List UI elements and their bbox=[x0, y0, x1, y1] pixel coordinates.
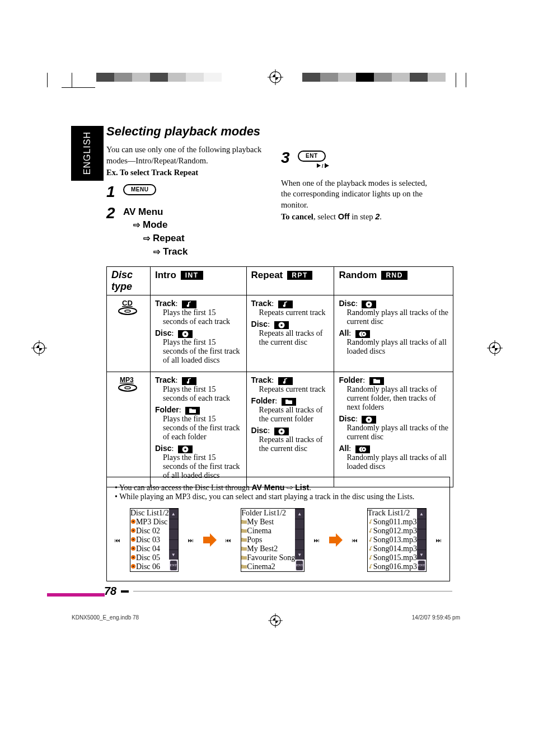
svg-marker-21 bbox=[317, 163, 321, 168]
side-button[interactable] bbox=[169, 539, 178, 550]
step-number: 2 bbox=[106, 205, 118, 221]
skip-next-icon[interactable]: ⏭ bbox=[314, 537, 320, 543]
skip-next-icon[interactable]: ⏭ bbox=[188, 537, 194, 543]
list-item[interactable]: Disc 02 bbox=[130, 527, 169, 536]
mode-entry: All: Randomly plays all tracks of all lo… bbox=[339, 444, 448, 471]
step3-note: When one of the playback modes is select… bbox=[281, 178, 438, 211]
note-icon bbox=[182, 300, 196, 308]
repeat-badge: RPT bbox=[287, 271, 312, 280]
intro-badge: INT bbox=[181, 271, 203, 280]
svg-marker-24 bbox=[325, 163, 329, 168]
random-badge: RND bbox=[381, 271, 407, 280]
list-item[interactable]: My Best2 bbox=[241, 544, 295, 553]
scroll-down-button[interactable]: ▼ bbox=[169, 550, 178, 560]
skip-next-icon[interactable]: ⏭ bbox=[436, 537, 442, 543]
menu-button[interactable]: MENU bbox=[123, 184, 156, 195]
list-item[interactable]: Song011.mp3 bbox=[368, 518, 417, 527]
ent-side-button[interactable]: ENT bbox=[170, 560, 177, 571]
arrow-icon bbox=[203, 533, 217, 547]
mp3-intro: Track: Plays the first 15 seconds of eac… bbox=[151, 372, 247, 487]
folder-list-panel[interactable]: Folder List1/2 My BestCinemaPopsMy Best2… bbox=[241, 508, 305, 572]
th-random: Random RND bbox=[334, 266, 453, 295]
side-button[interactable] bbox=[417, 529, 426, 539]
section-title: Selecting playback modes bbox=[106, 124, 448, 139]
list-item[interactable]: MP3 Disc bbox=[130, 518, 169, 527]
ent-side-button[interactable]: ENT bbox=[296, 560, 303, 571]
track-list-panel[interactable]: Track List1/2 Song011.mp3Song012.mp3Song… bbox=[367, 508, 427, 572]
mode-entry: All: Randomly plays all tracks of all lo… bbox=[339, 328, 448, 356]
disc-icon bbox=[274, 321, 289, 329]
disc-icon bbox=[178, 330, 193, 338]
disc-icon bbox=[362, 416, 376, 424]
side-button[interactable] bbox=[169, 529, 178, 539]
ent-button[interactable]: ENT bbox=[298, 151, 326, 162]
intro-text: You can use only one of the following pl… bbox=[106, 144, 263, 166]
svg-point-28 bbox=[133, 530, 134, 532]
footer-timestamp: 14/2/07 9:59:45 pm bbox=[412, 614, 460, 627]
list-item[interactable]: Cinema2 bbox=[241, 562, 295, 571]
side-button[interactable] bbox=[417, 539, 426, 550]
playback-modes-table: Disc type Intro INT Repeat RPT Random RN… bbox=[106, 266, 453, 487]
list-item[interactable]: Song015.mp3 bbox=[368, 553, 417, 562]
side-button[interactable] bbox=[295, 539, 304, 550]
registration-target-footer bbox=[269, 614, 282, 627]
side-button[interactable] bbox=[169, 519, 178, 529]
mode-entry: Folder: Repeats all tracks of the curren… bbox=[251, 396, 330, 424]
scroll-up-button[interactable]: ▲ bbox=[169, 509, 178, 519]
skip-prev-icon[interactable]: ⏮ bbox=[226, 537, 231, 543]
mp3-random: Folder: Randomly plays all tracks of cur… bbox=[334, 372, 453, 487]
list-item[interactable]: Cinema bbox=[241, 527, 295, 536]
scroll-up-button[interactable]: ▲ bbox=[295, 509, 304, 519]
list-item[interactable]: Disc 06 bbox=[130, 562, 169, 571]
example-label: Ex. To select Track Repeat bbox=[106, 167, 263, 179]
list-item[interactable]: Song014.mp3 bbox=[368, 544, 417, 553]
list-item[interactable]: Disc 05 bbox=[130, 553, 169, 562]
right-column: 3 ENT / When one of the playback modes i… bbox=[281, 144, 438, 259]
step-1: 1 MENU bbox=[106, 184, 263, 200]
note-icon bbox=[182, 377, 196, 385]
discs-icon bbox=[355, 330, 370, 338]
discs-icon bbox=[355, 445, 370, 453]
step-number: 3 bbox=[281, 150, 292, 166]
mode-entry: Disc: Repeats all tracks of the current … bbox=[251, 426, 330, 453]
list-item[interactable]: My Best bbox=[241, 518, 295, 527]
list-item[interactable]: Song012.mp3 bbox=[368, 527, 417, 536]
mode-entry: Disc: Plays the first 15 seconds of the … bbox=[155, 444, 242, 480]
note-icon bbox=[278, 377, 293, 385]
mode-label: Mode bbox=[143, 219, 167, 230]
ent-side-button[interactable]: ENT bbox=[418, 560, 425, 571]
disctype-mp3 bbox=[107, 372, 151, 487]
step-2: 2 AV Menu ⇨Mode ⇨Repeat ⇨Track bbox=[106, 205, 263, 259]
language-label: ENGLISH bbox=[82, 132, 92, 175]
th-repeat: Repeat RPT bbox=[246, 266, 334, 295]
list-item[interactable]: Disc 03 bbox=[130, 536, 169, 544]
menu-path: AV Menu ⇨Mode ⇨Repeat ⇨Track bbox=[123, 205, 188, 259]
skip-prev-icon[interactable]: ⏮ bbox=[115, 537, 120, 543]
infobox-bullet-2: While playing an MP3 disc, you can selec… bbox=[115, 492, 442, 501]
list-item[interactable]: Disc 04 bbox=[130, 544, 169, 553]
list-item[interactable]: Favourite Song bbox=[241, 553, 295, 562]
scroll-up-button[interactable]: ▲ bbox=[417, 509, 426, 519]
scroll-down-button[interactable]: ▼ bbox=[295, 550, 304, 560]
av-menu-label: AV Menu bbox=[123, 206, 163, 217]
list-item[interactable]: Song013.mp3 bbox=[368, 536, 417, 544]
svg-point-32 bbox=[133, 548, 134, 550]
print-footer: KDNX5000_E_eng.indb 78 14/2/07 9:59:45 p… bbox=[72, 614, 460, 627]
side-button[interactable] bbox=[295, 519, 304, 529]
side-button[interactable] bbox=[295, 529, 304, 539]
step-number: 1 bbox=[106, 184, 118, 200]
folder-icon bbox=[369, 377, 384, 385]
list-item[interactable]: Pops bbox=[241, 536, 295, 544]
page-content: Selecting playback modes You can use onl… bbox=[106, 124, 448, 487]
side-button[interactable] bbox=[417, 519, 426, 529]
list-access-infobox: You can also access the Disc List throug… bbox=[106, 477, 450, 581]
magenta-rule bbox=[47, 593, 105, 597]
disc-list-panel[interactable]: Disc List1/2 MP3 DiscDisc 02Disc 03Disc … bbox=[130, 508, 179, 572]
infobox-bullet-1: You can also access the Disc List throug… bbox=[115, 483, 442, 492]
scroll-down-button[interactable]: ▼ bbox=[417, 550, 426, 560]
skip-prev-icon[interactable]: ⏮ bbox=[352, 537, 358, 543]
left-column: You can use only one of the following pl… bbox=[106, 144, 263, 259]
registration-target-left bbox=[32, 341, 46, 355]
list-item[interactable]: Song016.mp3 bbox=[368, 562, 417, 571]
svg-point-30 bbox=[133, 539, 134, 541]
